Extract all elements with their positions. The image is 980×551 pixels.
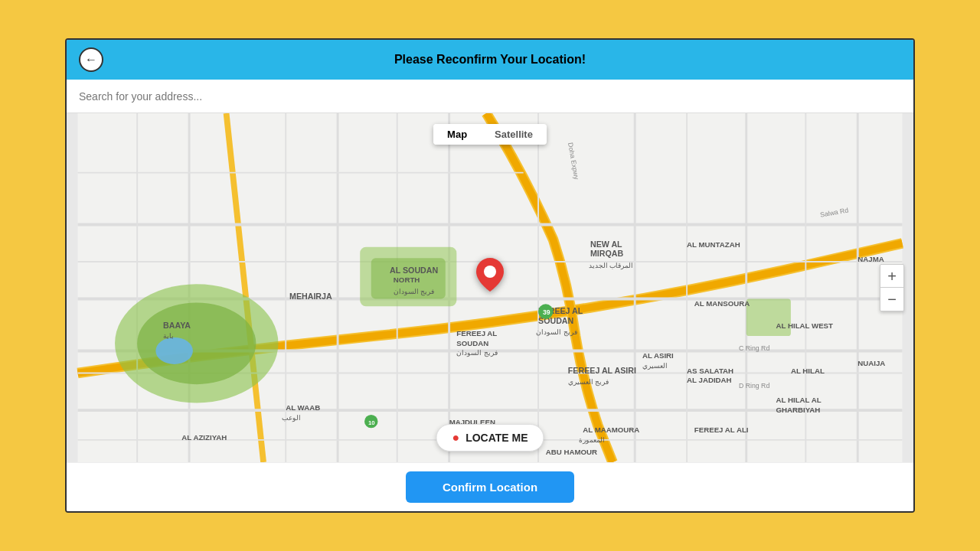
- svg-text:SOUDAN: SOUDAN: [456, 339, 488, 347]
- svg-text:10: 10: [368, 419, 375, 426]
- svg-text:39: 39: [543, 308, 550, 316]
- locate-me-button[interactable]: ● LOCATE ME: [436, 424, 544, 452]
- svg-text:فريج السودان: فريج السودان: [536, 328, 577, 337]
- map-area: BAAYA باية MEHAIRJA AL SOUDAN NORTH فريج…: [67, 113, 913, 462]
- search-input[interactable]: [79, 90, 901, 103]
- header-title: Please Reconfirm Your Location!: [394, 53, 586, 67]
- svg-point-23: [155, 337, 193, 364]
- svg-text:الوعب: الوعب: [282, 414, 301, 422]
- svg-text:NORTH: NORTH: [394, 276, 420, 284]
- svg-text:العسيري: العسيري: [642, 362, 668, 370]
- zoom-in-button[interactable]: +: [880, 265, 903, 288]
- svg-point-22: [137, 302, 256, 384]
- svg-text:FEREEJ AL ASIRI: FEREEJ AL ASIRI: [568, 366, 636, 375]
- svg-text:AL WAAB: AL WAAB: [286, 403, 320, 412]
- svg-text:AL ASIRI: AL ASIRI: [642, 351, 674, 360]
- svg-text:NUAIJA: NUAIJA: [858, 359, 885, 367]
- svg-text:فريج العسيري: فريج العسيري: [568, 378, 609, 386]
- confirm-bar: Confirm Location: [67, 462, 913, 511]
- confirm-location-button[interactable]: Confirm Location: [406, 471, 574, 503]
- svg-text:AL JADIDAH: AL JADIDAH: [687, 376, 731, 384]
- svg-text:C Ring Rd: C Ring Rd: [739, 344, 769, 352]
- svg-text:AL MANSOURA: AL MANSOURA: [694, 299, 750, 308]
- svg-text:فريج السودان: فريج السودان: [456, 349, 497, 357]
- zoom-out-button[interactable]: −: [880, 288, 903, 311]
- svg-text:ABU HAMOUR: ABU HAMOUR: [546, 448, 597, 456]
- back-button[interactable]: ←: [79, 47, 103, 72]
- search-bar: [67, 80, 913, 113]
- back-arrow-icon: ←: [85, 54, 97, 66]
- map-tab-map[interactable]: Map: [433, 124, 481, 145]
- svg-text:المعمورة: المعمورة: [579, 436, 605, 445]
- svg-text:BAAYA: BAAYA: [163, 321, 191, 330]
- map-view-toggle: Map Satellite: [433, 124, 547, 145]
- svg-text:NEW AL: NEW AL: [590, 240, 622, 249]
- map-tab-satellite[interactable]: Satellite: [481, 124, 547, 145]
- svg-text:AL MUNTAZAH: AL MUNTAZAH: [687, 240, 740, 249]
- svg-text:باية: باية: [163, 332, 174, 340]
- svg-text:AL SOUDAN: AL SOUDAN: [390, 266, 438, 275]
- svg-text:AL AZIZIYAH: AL AZIZIYAH: [181, 433, 227, 442]
- map-pin: [476, 258, 504, 295]
- svg-text:AL HILAL: AL HILAL: [791, 367, 825, 375]
- svg-text:AS SALATAH: AS SALATAH: [687, 367, 733, 375]
- svg-rect-26: [746, 299, 791, 337]
- svg-text:AL HILAL WEST: AL HILAL WEST: [776, 321, 834, 330]
- locate-me-label: LOCATE ME: [466, 432, 528, 444]
- svg-text:FEREEJ AL ALI: FEREEJ AL ALI: [694, 425, 749, 434]
- svg-text:FEREEJ AL: FEREEJ AL: [456, 329, 497, 337]
- svg-text:MEHAIRJA: MEHAIRJA: [289, 292, 332, 301]
- svg-text:فريج السودان: فريج السودان: [394, 288, 434, 296]
- svg-text:AL HILAL AL: AL HILAL AL: [776, 396, 822, 404]
- svg-text:D Ring Rd: D Ring Rd: [739, 382, 769, 390]
- svg-point-74: [484, 266, 496, 278]
- svg-text:AL MAAMOURA: AL MAAMOURA: [583, 425, 639, 434]
- app-container: ← Please Reconfirm Your Location!: [65, 38, 915, 513]
- svg-text:NAJMA: NAJMA: [858, 255, 884, 263]
- svg-text:المرقاب الجديد: المرقاب الجديد: [589, 262, 633, 270]
- locate-icon: ●: [452, 431, 459, 445]
- zoom-controls: + −: [880, 264, 904, 311]
- header: ← Please Reconfirm Your Location!: [67, 40, 913, 80]
- svg-text:MIRQAB: MIRQAB: [590, 249, 624, 258]
- svg-text:GHARBIYAH: GHARBIYAH: [776, 406, 821, 414]
